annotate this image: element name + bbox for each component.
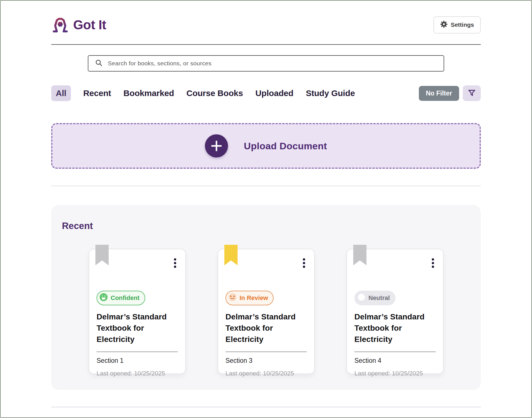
- book-title: Delmar’s Standard Textbook for Electrici…: [97, 311, 178, 345]
- book-section: Section 4: [354, 357, 436, 364]
- card-divider: [354, 352, 436, 352]
- bookmark-ribbon[interactable]: [224, 245, 238, 265]
- kebab-menu-button[interactable]: [302, 257, 306, 269]
- settings-label: Settings: [451, 21, 474, 28]
- search-input[interactable]: [107, 60, 437, 67]
- kebab-menu-button[interactable]: [431, 257, 435, 269]
- book-section: Section 1: [97, 357, 178, 364]
- last-opened: Last opened: 10/25/2025: [354, 370, 436, 377]
- bookmark-ribbon[interactable]: [95, 245, 109, 265]
- gear-icon: [440, 21, 448, 29]
- bookmark-ribbon[interactable]: [353, 245, 366, 265]
- last-opened: Last opened: 10/25/2025: [97, 370, 178, 377]
- book-title: Delmar’s Standard Textbook for Electrici…: [354, 311, 436, 345]
- search-icon: [95, 59, 102, 68]
- upload-label: Upload Document: [244, 141, 327, 152]
- tab-bookmarked[interactable]: Bookmarked: [124, 88, 174, 98]
- tab-recent[interactable]: Recent: [83, 88, 111, 98]
- kebab-menu-button[interactable]: [173, 257, 177, 269]
- recent-heading: Recent: [62, 221, 481, 231]
- tab-list: All Recent Bookmarked Course Books Uploa…: [51, 85, 355, 101]
- settings-button[interactable]: Settings: [433, 16, 481, 34]
- book-title: Delmar’s Standard Textbook for Electrici…: [225, 311, 307, 345]
- status-badge: In Review: [225, 291, 274, 305]
- status-label: In Review: [240, 294, 268, 302]
- section-divider: [51, 186, 481, 186]
- book-card[interactable]: Neutral Delmar’s Standard Textbook for E…: [347, 249, 444, 374]
- upload-document-dropzone[interactable]: Upload Document: [51, 123, 481, 169]
- status-label: Confident: [111, 294, 140, 302]
- book-section: Section 3: [225, 357, 307, 364]
- tabs-row: All Recent Bookmarked Course Books Uploa…: [51, 84, 481, 102]
- status-label: Neutral: [368, 294, 390, 302]
- last-opened: Last opened: 10/25/2025: [225, 370, 307, 377]
- brand[interactable]: Got It: [51, 15, 106, 34]
- bottom-divider: [51, 407, 481, 407]
- header-divider: [51, 44, 481, 45]
- tab-uploaded[interactable]: Uploaded: [255, 88, 293, 98]
- plus-icon: [205, 134, 228, 157]
- no-filter-button[interactable]: No Filter: [419, 86, 459, 101]
- status-badge: Neutral: [354, 291, 395, 305]
- tab-all[interactable]: All: [51, 85, 71, 101]
- blank-circle-icon: [357, 293, 366, 303]
- card-divider: [225, 352, 307, 352]
- card-divider: [97, 352, 178, 352]
- grinning-face-icon: [99, 293, 108, 303]
- confounded-face-icon: [228, 293, 237, 303]
- funnel-icon: [468, 89, 476, 98]
- header: Got It: [51, 1, 481, 34]
- book-card[interactable]: In Review Delmar’s Standard Textbook for…: [218, 249, 315, 374]
- got-it-logo-icon: [51, 15, 69, 34]
- search-bar[interactable]: [88, 55, 444, 72]
- app-window: Got It: [0, 0, 532, 418]
- brand-name: Got It: [73, 17, 106, 32]
- recent-section: Recent: [51, 205, 481, 390]
- card-grid: Confident Delmar’s Standard Textbook for…: [62, 249, 481, 374]
- tab-study-guide[interactable]: Study Guide: [306, 88, 355, 98]
- filter-controls: No Filter: [419, 85, 481, 101]
- tab-course-books[interactable]: Course Books: [186, 88, 243, 98]
- filter-button[interactable]: [463, 85, 481, 101]
- book-card[interactable]: Confident Delmar’s Standard Textbook for…: [89, 249, 186, 374]
- status-badge: Confident: [97, 291, 145, 305]
